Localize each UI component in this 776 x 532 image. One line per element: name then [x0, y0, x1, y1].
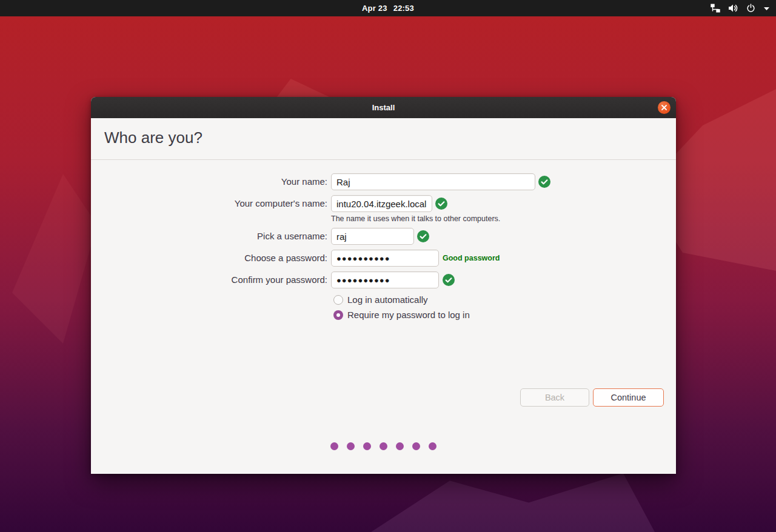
progress-dot [396, 442, 404, 450]
confirm-password-input[interactable] [331, 271, 439, 288]
hostname-input[interactable] [331, 195, 432, 212]
password-strength-text: Good password [443, 250, 500, 267]
clock[interactable]: Apr 2322:53 [0, 0, 776, 16]
install-window: Install Who are you? Your name: Your com… [91, 97, 676, 474]
login-automatically-option[interactable]: Log in automatically [333, 294, 428, 305]
network-icon[interactable] [711, 4, 720, 13]
continue-button[interactable]: Continue [593, 388, 664, 407]
radio-selected-icon[interactable] [333, 310, 343, 320]
page-title: Who are you? [104, 128, 202, 147]
close-icon [661, 104, 667, 111]
progress-dot [412, 442, 420, 450]
progress-dot [429, 442, 436, 450]
name-label: Your name: [281, 173, 327, 190]
close-button[interactable] [658, 101, 671, 114]
top-panel: Apr 2322:53 [0, 0, 776, 16]
progress-dot [347, 442, 355, 450]
password-label: Choose a password: [244, 250, 327, 267]
hostname-valid-check-icon [435, 198, 447, 210]
progress-dot [363, 442, 371, 450]
system-tray[interactable] [711, 0, 770, 16]
require-password-label: Require my password to log in [347, 310, 470, 320]
confirm-password-label: Confirm your password: [232, 271, 327, 288]
window-title: Install [91, 97, 676, 118]
require-password-option[interactable]: Require my password to log in [333, 310, 470, 320]
clock-time: 22:53 [393, 4, 414, 13]
hostname-label: Your computer's name: [235, 195, 327, 212]
name-input[interactable] [331, 173, 535, 190]
chevron-down-icon[interactable] [763, 6, 770, 11]
wallpaper-polygon [12, 174, 97, 344]
back-button[interactable]: Back [520, 388, 589, 407]
username-input[interactable] [331, 228, 414, 245]
progress-dot [330, 442, 338, 450]
progress-dot [380, 442, 387, 450]
hostname-helper-text: The name it uses when it talks to other … [331, 214, 500, 223]
login-automatically-label: Log in automatically [347, 294, 428, 305]
header-divider [91, 159, 676, 160]
radio-unselected-icon[interactable] [333, 295, 343, 305]
name-valid-check-icon [538, 176, 550, 188]
volume-icon[interactable] [728, 4, 738, 13]
username-valid-check-icon [417, 230, 429, 242]
progress-dots [330, 442, 436, 450]
power-icon[interactable] [746, 4, 755, 13]
confirm-valid-check-icon [443, 274, 455, 286]
username-label: Pick a username: [257, 228, 327, 245]
password-input[interactable] [331, 250, 439, 267]
clock-date: Apr 23 [362, 4, 387, 13]
titlebar[interactable]: Install [91, 97, 676, 118]
